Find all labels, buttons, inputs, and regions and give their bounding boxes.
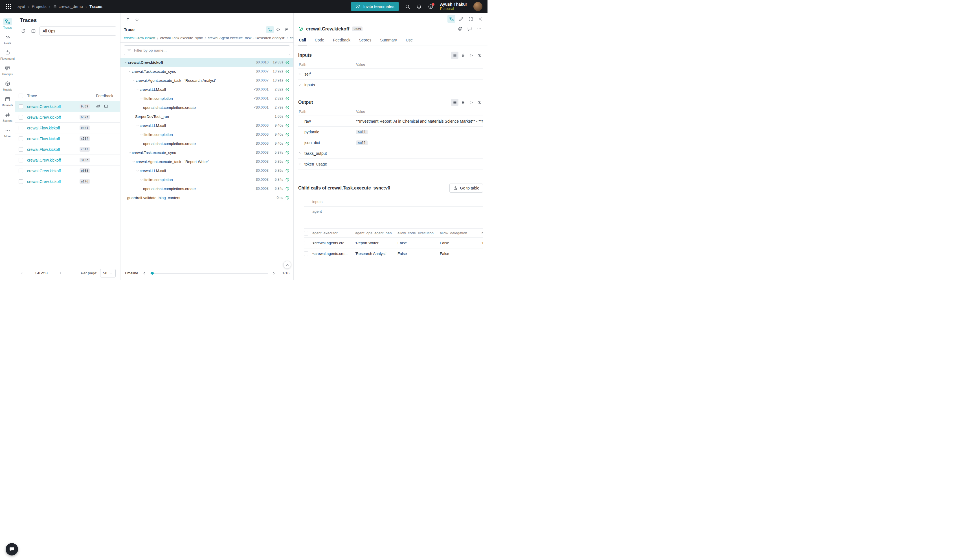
breadcrumb-projects[interactable]: Projects bbox=[32, 4, 46, 9]
tab-scores[interactable]: Scores bbox=[359, 35, 372, 45]
pencil-button[interactable] bbox=[457, 15, 465, 23]
table-row[interactable]: crewai.Crew.kickoffa17d bbox=[15, 176, 120, 187]
trace-name-link[interactable]: crewai.Flow.kickoff bbox=[27, 137, 60, 141]
user-menu[interactable]: Ayush Thakur Personal bbox=[440, 2, 467, 11]
trace-name-link[interactable]: crewai.Crew.kickoff bbox=[27, 179, 61, 184]
table-row[interactable]: crewai.Crew.kickoff9d89 bbox=[15, 101, 120, 112]
inputs-unfold-toggle[interactable] bbox=[459, 52, 467, 59]
tree-view-button[interactable] bbox=[447, 15, 455, 23]
trace-tree-row[interactable]: crewai.Agent.execute_task - 'Report Writ… bbox=[120, 157, 294, 166]
code-toggle[interactable] bbox=[274, 26, 282, 33]
table-row[interactable]: crewai.Crew.kickoff316c bbox=[15, 155, 120, 165]
sidebar-item-models[interactable]: Models bbox=[0, 78, 15, 93]
trace-tree-row[interactable]: crewai.Task.execute_sync$0.00035.87s bbox=[120, 148, 294, 157]
trace-tree-row[interactable]: crewai.LLM.call<$0.00012.82s bbox=[120, 85, 294, 94]
output-row[interactable]: pydanticnull bbox=[298, 127, 483, 137]
chevron-down-icon[interactable] bbox=[123, 61, 128, 64]
next-call-button[interactable] bbox=[133, 15, 141, 23]
select-all-checkbox[interactable] bbox=[18, 93, 23, 98]
trace-name-link[interactable]: crewai.Crew.kickoff bbox=[27, 104, 61, 109]
output-list-toggle[interactable] bbox=[451, 99, 458, 106]
chevron-down-icon[interactable] bbox=[135, 169, 140, 173]
sidebar-item-evals[interactable]: Evals bbox=[0, 31, 15, 47]
go-to-table-button[interactable]: Go to table bbox=[449, 183, 483, 193]
chevron-right-icon[interactable] bbox=[298, 162, 304, 166]
output-eye-off-toggle[interactable] bbox=[476, 99, 483, 106]
tab-use[interactable]: Use bbox=[405, 35, 413, 45]
tab-summary[interactable]: Summary bbox=[379, 35, 397, 45]
row-checkbox[interactable] bbox=[304, 252, 308, 256]
table-row[interactable]: crewai.Flow.kickoffc5ff bbox=[15, 144, 120, 155]
comment-icon[interactable] bbox=[104, 104, 109, 109]
table-row[interactable]: crewai.Crew.kickoff657f bbox=[15, 112, 120, 123]
table-row[interactable]: crewai.Crew.kickoffe058 bbox=[15, 165, 120, 176]
bell-icon[interactable] bbox=[416, 4, 422, 9]
add-reaction-icon[interactable] bbox=[96, 104, 100, 109]
trace-tree-row[interactable]: SerperDevTool._run1.66s bbox=[120, 112, 294, 121]
add-reaction-button[interactable] bbox=[456, 25, 464, 33]
ops-filter-dropdown[interactable]: All Ops bbox=[40, 27, 116, 35]
chevron-down-icon[interactable] bbox=[131, 79, 136, 82]
prev-page-button[interactable] bbox=[20, 271, 24, 275]
input-row[interactable]: self bbox=[298, 69, 483, 80]
refresh-button[interactable] bbox=[19, 27, 27, 35]
trace-name-link[interactable]: crewai.Crew.kickoff bbox=[27, 168, 61, 173]
chevron-down-icon[interactable] bbox=[127, 70, 132, 73]
trace-tree-row[interactable]: crewai.Crew.kickoff$0.001019.83s bbox=[120, 58, 294, 67]
breadcrumb-entity[interactable]: ayut bbox=[17, 4, 25, 9]
breadcrumb-project[interactable]: crewai_demo bbox=[53, 4, 83, 9]
row-checkbox[interactable] bbox=[18, 115, 23, 120]
chevron-down-icon[interactable] bbox=[131, 160, 136, 163]
help-icon[interactable]: ? bbox=[428, 4, 433, 9]
output-row[interactable]: raw**Investment Report: AI in Chemical a… bbox=[298, 116, 483, 127]
sidebar-item-scorers[interactable]: Scorers bbox=[0, 109, 15, 124]
output-code-toggle[interactable] bbox=[467, 99, 475, 106]
per-page-select[interactable]: 50 bbox=[100, 269, 116, 277]
trace-tree-row[interactable]: openai.chat.completions.create$0.00069.4… bbox=[120, 139, 294, 148]
tab-feedback[interactable]: Feedback bbox=[332, 35, 351, 45]
inputs-eye-off-toggle[interactable] bbox=[476, 52, 483, 59]
table-row[interactable]: <crewai.agents.cre...'Research Analyst'F… bbox=[304, 248, 483, 259]
wandb-logo[interactable] bbox=[3, 1, 14, 12]
output-row[interactable]: tasks_output bbox=[298, 148, 483, 159]
search-icon[interactable] bbox=[405, 4, 410, 9]
sidebar-item-prompts[interactable]: Prompts bbox=[0, 62, 15, 78]
trace-tree-row[interactable]: litellm.completion$0.00035.84s bbox=[120, 175, 294, 184]
trace-name-link[interactable]: crewai.Crew.kickoff bbox=[27, 115, 61, 120]
comment-button[interactable] bbox=[466, 25, 473, 33]
trace-tree-row[interactable]: crewai.Task.execute_sync$0.000713.92s bbox=[120, 67, 294, 76]
trace-name-link[interactable]: crewai.Flow.kickoff bbox=[27, 147, 60, 152]
timeline-next-button[interactable] bbox=[272, 271, 276, 275]
output-row[interactable]: json_dictnull bbox=[298, 137, 483, 148]
close-button[interactable] bbox=[476, 15, 484, 23]
sidebar-item-more[interactable]: More bbox=[0, 124, 15, 140]
chevron-down-icon[interactable] bbox=[139, 97, 144, 100]
avatar[interactable] bbox=[473, 2, 482, 11]
trace-tree-row[interactable]: litellm.completion$0.00069.40s bbox=[120, 130, 294, 139]
trace-name-link[interactable]: crewai.Crew.kickoff bbox=[27, 158, 61, 162]
expand-button[interactable] bbox=[467, 15, 474, 23]
table-row[interactable]: <crewai.agents.cre...'Report Writer'Fals… bbox=[304, 238, 483, 248]
sidebar-item-playground[interactable]: Playground bbox=[0, 47, 15, 62]
trace-tree-row[interactable]: litellm.completion<$0.00012.82s bbox=[120, 94, 294, 103]
trace-breadcrumb-item[interactable]: crewai.Task.execute_sync bbox=[160, 34, 203, 42]
invite-teammates-button[interactable]: Invite teammates bbox=[351, 2, 398, 11]
row-checkbox[interactable] bbox=[18, 147, 23, 152]
tree-view-toggle[interactable] bbox=[266, 26, 274, 33]
table-row[interactable]: crewai.Flow.kickoffc59f bbox=[15, 133, 120, 144]
columns-button[interactable] bbox=[29, 27, 37, 35]
next-page-button[interactable] bbox=[58, 271, 63, 275]
tab-call[interactable]: Call bbox=[298, 35, 307, 45]
trace-tree-row[interactable]: crewai.Agent.execute_task - 'Research An… bbox=[120, 76, 294, 85]
breadcrumb-traces[interactable]: Traces bbox=[89, 4, 102, 9]
trace-breadcrumb-item[interactable]: crewai.Agent.execute_task - 'Research An… bbox=[208, 34, 285, 42]
ellipsis-button[interactable] bbox=[475, 25, 483, 33]
trace-tree-row[interactable]: crewai.LLM.call$0.00069.40s bbox=[120, 121, 294, 130]
collapse-timeline-button[interactable] bbox=[283, 261, 291, 269]
child-select-all-checkbox[interactable] bbox=[304, 231, 308, 235]
trace-tree-row[interactable]: openai.chat.completions.create<$0.00012.… bbox=[120, 103, 294, 112]
chevron-right-icon[interactable] bbox=[298, 72, 304, 76]
output-unfold-toggle[interactable] bbox=[459, 99, 467, 106]
input-row[interactable]: inputs bbox=[298, 80, 483, 90]
tab-code[interactable]: Code bbox=[314, 35, 325, 45]
